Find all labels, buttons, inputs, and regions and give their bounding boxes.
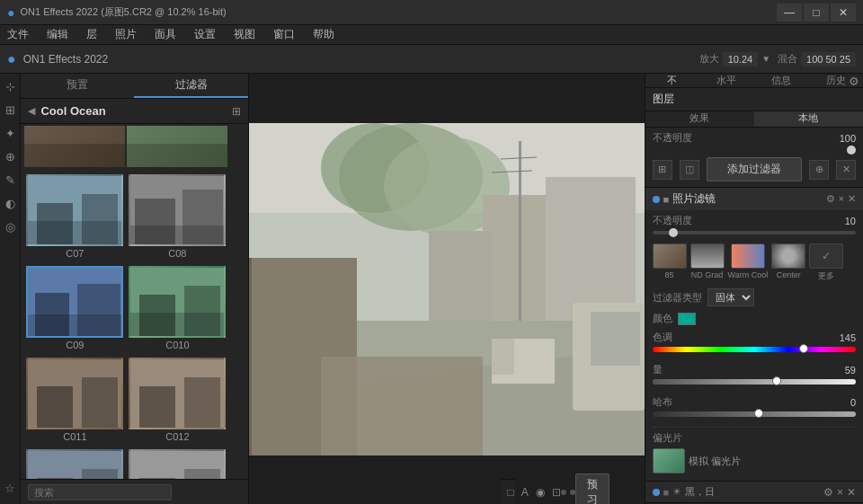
panel-grid-icon[interactable]: ⊞ [232,105,241,118]
titlebar-left: ● ON1 Effects 2022 (原图5.CR2 @ 10.2% 16-b… [7,5,227,20]
titlebar-controls[interactable]: — □ ✕ [777,4,856,22]
blend-values[interactable]: 100 50 25 [801,52,856,66]
svg-rect-22 [82,377,118,429]
color-row: 颜色 [653,309,856,328]
canvas-icon-circle[interactable]: ◉ [536,486,545,499]
thumb-co12[interactable]: C012 [127,356,227,446]
tab-not[interactable]: 不 [645,74,700,87]
canvas-icon-box[interactable]: ⊡ [552,486,561,499]
thumb-co07[interactable]: C07 [24,172,125,262]
lens-section: 偏光片 模拟 偏光片 [653,427,856,477]
layers-title: 图层 [653,92,674,107]
main-canvas [249,123,645,455]
canvas-image [249,123,645,455]
preview-button[interactable]: 预习 [575,473,609,505]
maximize-button[interactable]: □ [804,4,829,22]
bottom-filter-settings-icon[interactable]: ⚙ [823,486,833,499]
tab-info[interactable]: 信息 [754,74,809,87]
menu-edit[interactable]: 编辑 [43,25,72,44]
partial-thumb-1[interactable] [24,126,125,167]
opacity-value: 100 [840,133,856,144]
scroll-dot-2 [570,490,575,495]
filter-type-select[interactable]: 固体 [707,288,754,306]
thumb-co10[interactable]: C010 [127,264,227,354]
filter-close-icon[interactable]: ✕ [848,193,856,205]
back-button[interactable]: ◀ [28,105,35,117]
app-icon: ● [7,5,14,20]
menu-layer[interactable]: 层 [83,25,101,44]
zoom-dropdown-icon[interactable]: ▼ [761,54,770,64]
tool-brush[interactable]: ✎ [1,171,19,189]
layer-icon-3[interactable]: ⊕ [809,160,829,180]
filter-content: 不透明度 10 85 ND Grad [645,210,863,481]
thumb-co11[interactable]: C011 [24,356,125,446]
menu-settings[interactable]: 设置 [191,25,219,44]
minimize-button[interactable]: — [777,4,802,22]
menu-photo[interactable]: 照片 [111,25,140,44]
bottom-filter-expand-icon[interactable]: × [837,486,843,499]
filter-on-indicator[interactable] [653,196,660,203]
tab-horizontal[interactable]: 水平 [699,74,754,87]
tool-eye[interactable]: ◎ [1,217,19,235]
thumb-co13[interactable]: C013 [24,447,125,479]
tool-gradient[interactable]: ◐ [1,194,19,212]
preset-more[interactable]: ✓ 更多 [809,243,843,282]
layer-icon-4[interactable]: ✕ [836,160,856,180]
left-panel: 预置 过滤器 ◀ Cool Ocean ⊞ [21,74,248,504]
preset-center[interactable]: Center [771,243,805,282]
filter-settings-icon[interactable]: ⚙ [826,193,835,205]
lens-thumb[interactable] [653,448,685,473]
tool-crop[interactable]: ⊞ [1,101,19,119]
tab-effects[interactable]: 效果 [645,111,754,127]
menu-view[interactable]: 视图 [230,25,259,44]
filter-opacity-slider[interactable] [653,231,856,234]
filter-opacity-row: 不透明度 10 [653,214,856,227]
close-button[interactable]: ✕ [831,4,856,22]
preset-warmcool[interactable]: Warm Cool [728,243,769,282]
tab-filters[interactable]: 过滤器 [134,74,247,98]
tool-clone[interactable]: ⊕ [1,147,19,165]
zoom-value[interactable]: 10.24 [723,52,759,66]
layer-icon-2[interactable]: ◫ [680,160,699,180]
density-slider-row: 色调 145 [653,328,856,355]
preset-ndgrad-label: ND Grad [691,270,724,279]
hue-slider[interactable] [653,411,856,417]
tool-heal[interactable]: ✦ [1,124,19,142]
tool-retouch[interactable]: ☆ [1,479,19,497]
color-swatch[interactable] [678,313,696,325]
canvas-icon-a[interactable]: A [521,486,529,499]
bottom-filter-indicator[interactable] [653,489,660,496]
search-input[interactable] [28,484,172,500]
thumb-co08[interactable]: C08 [127,172,227,262]
menu-file[interactable]: 文件 [4,25,32,44]
svg-rect-3 [127,144,227,167]
tool-select[interactable]: ⊹ [1,77,19,95]
scroll-dot-1 [561,490,566,495]
filter-expand-icon[interactable]: × [839,193,844,205]
canvas-icon-square[interactable]: □ [508,486,514,499]
thumb-co07-label: C07 [26,246,123,261]
tab-presets[interactable]: 预置 [21,74,134,98]
preset-ndgrad[interactable]: ND Grad [690,243,725,282]
menubar: 文件 编辑 层 照片 面具 设置 视图 窗口 帮助 [0,25,863,45]
bottom-filter-close-icon[interactable]: ✕ [847,486,856,499]
saturation-slider[interactable] [653,379,856,385]
title-text: ON1 Effects 2022 (原图5.CR2 @ 10.2% 16-bit… [20,5,226,19]
saturation-value: 59 [845,365,856,376]
add-filter-row: ⊞ ◫ 添加过滤器 ⊕ ✕ [645,152,863,188]
thumb-co09[interactable]: C09 [24,264,125,354]
density-slider[interactable] [653,347,856,352]
partial-thumb-2[interactable] [127,126,227,167]
preset-85[interactable]: 85 [653,243,687,282]
tab-local[interactable]: 本地 [754,111,863,127]
bottom-filter-label: 黑，日 [685,485,820,499]
menu-mask[interactable]: 面具 [151,25,180,44]
preset-85-label: 85 [665,270,674,279]
add-filter-button[interactable]: 添加过滤器 [707,157,802,181]
thumb-co14[interactable]: C014 [127,447,227,479]
layer-icon-1[interactable]: ⊞ [653,160,672,180]
bottom-filter-row: ■ ☀ 黑，日 ⚙ × ✕ [645,482,863,502]
menu-window[interactable]: 窗口 [270,25,298,44]
menu-help[interactable]: 帮助 [309,25,338,44]
gear-icon[interactable]: ⚙ [849,74,859,87]
